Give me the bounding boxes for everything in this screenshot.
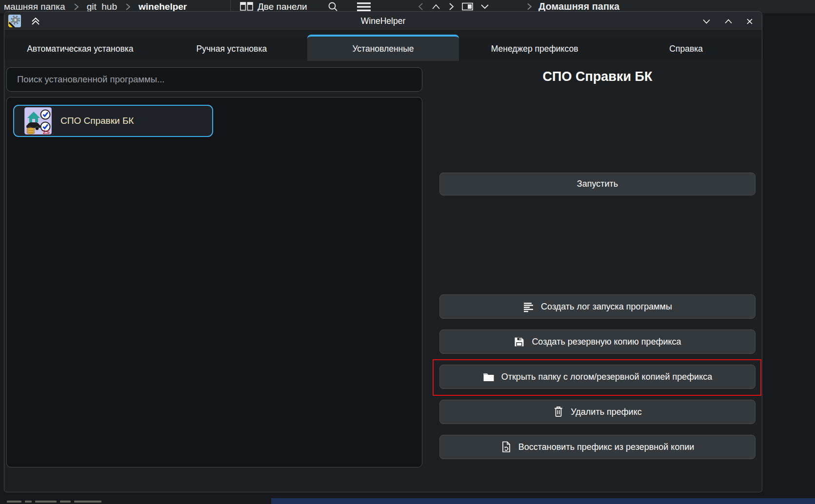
close-button[interactable]: [746, 18, 753, 25]
program-name: СПО Справки БК: [60, 116, 134, 126]
button-label: Открыть папку с логом/резервной копией п…: [501, 372, 713, 382]
open-folder-button[interactable]: Открыть папку с логом/резервной копией п…: [439, 365, 755, 389]
chevron-right-icon: [526, 2, 533, 11]
tab-label: Автоматическая установка: [27, 44, 133, 54]
split-panels-icon: [240, 1, 253, 12]
minimize-button[interactable]: [702, 19, 711, 24]
window-controls: [702, 12, 753, 31]
tab-prefix-manager[interactable]: Менеджер префиксов: [459, 37, 611, 61]
chevron-right-icon: [124, 3, 131, 11]
split-view-icon[interactable]: [462, 2, 474, 11]
tab-auto-install[interactable]: Автоматическая установка: [4, 37, 156, 61]
screen: машняя папка git_hub winehelper Две пане…: [0, 0, 815, 504]
delete-prefix-button[interactable]: Удалить префикс: [439, 400, 755, 424]
restore-document-icon: [501, 441, 512, 453]
window-title: WineHelper: [4, 12, 762, 31]
installed-programs-list: 2.5 СПО Справки БК: [6, 97, 422, 467]
tab-manual-install[interactable]: Ручная установка: [156, 37, 308, 61]
back-icon[interactable]: [417, 2, 425, 11]
tab-help[interactable]: Справка: [610, 37, 762, 61]
restore-prefix-button[interactable]: Восстановить префикс из резервной копии: [439, 435, 755, 459]
button-label: Восстановить префикс из резервной копии: [518, 442, 695, 452]
tab-label: Менеджер префиксов: [491, 44, 578, 54]
save-floppy-icon: [514, 336, 525, 348]
hamburger-menu-icon[interactable]: [357, 2, 371, 12]
button-label: Создать лог запуска программы: [541, 302, 672, 312]
illegible-text-fragment: [7, 501, 101, 503]
program-icon: 2.5: [24, 107, 52, 135]
tab-installed[interactable]: Установленные: [307, 35, 459, 61]
tab-label: Ручная установка: [197, 44, 267, 54]
titlebar[interactable]: WineHelper: [4, 12, 762, 31]
installed-search-box: [6, 67, 422, 92]
button-label: Создать резервную копию префикса: [532, 337, 681, 347]
tab-label: Справка: [669, 44, 703, 54]
search-input[interactable]: [7, 68, 422, 91]
list-item-selected-program[interactable]: 2.5 СПО Справки БК: [13, 105, 213, 137]
chevron-down-icon[interactable]: [480, 3, 489, 10]
program-icon-badge: 2.5: [43, 130, 50, 135]
tab-label: Установленные: [352, 44, 414, 54]
background-window-edge: [271, 498, 815, 504]
selected-program-title: СПО Справки БК: [439, 69, 755, 84]
up-icon[interactable]: [432, 3, 440, 10]
create-backup-button[interactable]: Создать резервную копию префикса: [439, 330, 755, 354]
winehelper-window: WineHelper Автоматическая установка Ручн…: [4, 11, 762, 492]
search-icon[interactable]: [328, 1, 338, 12]
maximize-button[interactable]: [724, 19, 733, 24]
breadcrumb-git-hub[interactable]: git_hub: [87, 1, 117, 12]
breadcrumb-current[interactable]: winehelper: [139, 1, 187, 12]
second-pane-location[interactable]: Домашняя папка: [538, 1, 619, 12]
dual-pane-label: Две панели: [258, 1, 307, 12]
run-button[interactable]: Запустить: [439, 173, 755, 195]
create-log-button[interactable]: Создать лог запуска программы: [439, 294, 755, 319]
chevron-right-icon: [73, 3, 80, 11]
breadcrumb-home[interactable]: машняя папка: [4, 1, 65, 12]
button-label: Удалить префикс: [571, 407, 641, 417]
trash-icon: [553, 406, 564, 418]
folder-icon: [483, 371, 495, 382]
tab-bar: Автоматическая установка Ручная установк…: [4, 31, 762, 61]
log-lines-icon: [523, 301, 534, 312]
run-button-label: Запустить: [577, 179, 618, 189]
forward-icon[interactable]: [447, 2, 455, 11]
